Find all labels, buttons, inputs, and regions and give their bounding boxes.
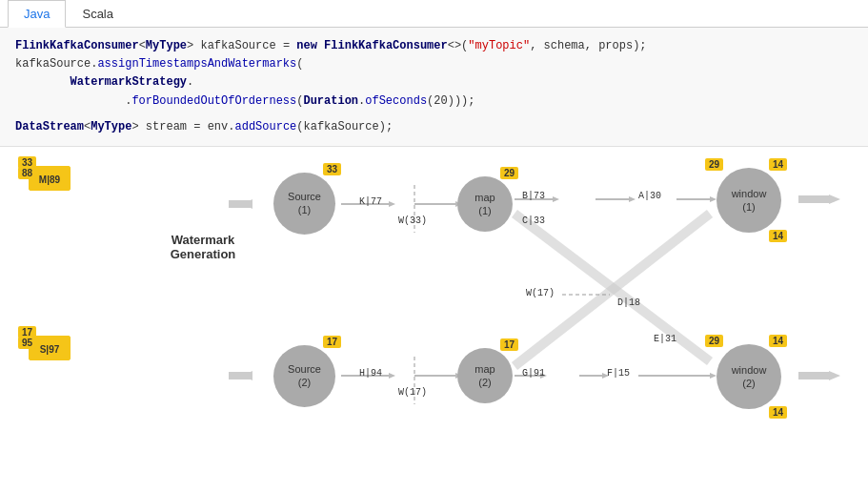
bottom-map-node: 17 map(2) — [457, 348, 513, 403]
edge-g91: G|91 — [522, 368, 545, 379]
svg-marker-0 — [243, 199, 252, 209]
svg-marker-29 — [829, 371, 840, 380]
bottom-window-label: window(2) — [732, 363, 767, 391]
watermark-generation-label: WatermarkGeneration — [141, 233, 265, 261]
bottom-map-badge: 17 — [500, 338, 518, 351]
code-line-2: kafkaSource.assignTimestampsAndWatermark… — [15, 55, 853, 73]
edge-f15: F|15 — [607, 368, 630, 379]
svg-marker-8 — [553, 196, 559, 202]
svg-marker-27 — [710, 373, 717, 379]
bottom-window-node: 29 14 window(2) 14 — [717, 344, 781, 409]
svg-marker-12 — [710, 196, 717, 202]
bottom-map-label: map(2) — [474, 362, 495, 390]
top-input-badge-88: 88 — [18, 167, 36, 179]
top-map-label: map(1) — [474, 191, 495, 218]
top-window-bottom-badge: 14 — [769, 230, 787, 242]
top-window-badge-14: 14 — [769, 158, 787, 171]
code-block: FlinkKafkaConsumer<MyType> kafkaSource =… — [0, 28, 868, 147]
code-line-1: FlinkKafkaConsumer<MyType> kafkaSource =… — [15, 37, 853, 55]
edge-k77: K|77 — [359, 196, 382, 207]
diagram-area: 33 N|39 L|35 O|97 M|89 88 33 Source(1) K… — [0, 147, 868, 442]
code-line-6: DataStream<MyType> stream = env.addSourc… — [15, 118, 853, 136]
edge-a30: A|30 — [638, 191, 661, 201]
svg-marker-18 — [389, 373, 395, 379]
top-source-badge: 33 — [323, 163, 341, 175]
svg-marker-3 — [389, 201, 395, 207]
bottom-window-badge-14: 14 — [769, 335, 787, 347]
top-map-node: 29 map(1) — [457, 176, 513, 232]
edge-b73: B|73 — [522, 191, 545, 201]
edge-w17-bottom: W(17) — [398, 387, 427, 398]
bottom-source-node: 17 Source(2) — [273, 345, 335, 407]
top-source-label: Source(1) — [288, 190, 321, 217]
svg-marker-10 — [629, 196, 636, 202]
bottom-source-label: Source(2) — [288, 362, 321, 390]
top-map-badge: 29 — [500, 167, 518, 179]
tab-java[interactable]: Java — [8, 0, 66, 28]
edge-w33: W(33) — [398, 215, 427, 226]
edge-h94: H|94 — [359, 368, 382, 379]
tab-bar: Java Scala — [0, 0, 868, 28]
bottom-source-badge: 17 — [323, 336, 341, 348]
svg-marker-15 — [243, 371, 252, 380]
top-window-node: 29 14 window(1) 14 — [717, 168, 781, 233]
top-source-node: 33 Source(1) — [273, 173, 335, 235]
svg-marker-14 — [829, 195, 840, 204]
bottom-window-bottom-badge: 14 — [769, 406, 787, 419]
edge-w17-cross: W(17) — [526, 288, 555, 298]
edge-c33: C|33 — [522, 215, 545, 226]
edge-d18: D|18 — [617, 297, 640, 308]
bottom-input-badge-95: 95 — [18, 337, 36, 349]
code-line-4: .forBoundedOutOfOrderness(Duration.ofSec… — [15, 92, 853, 111]
top-window-label: window(1) — [732, 187, 767, 215]
edge-e31: E|31 — [654, 334, 676, 344]
tab-scala[interactable]: Scala — [66, 0, 130, 28]
top-window-badge-29: 29 — [705, 158, 723, 171]
bottom-window-badge-29: 29 — [705, 335, 723, 347]
code-line-3: WatermarkStrategy. — [15, 73, 853, 92]
